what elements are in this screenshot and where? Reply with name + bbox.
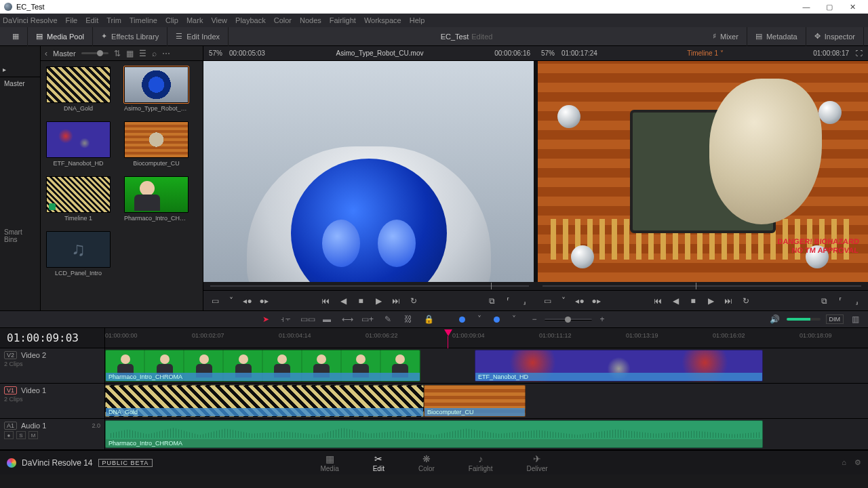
mark-out-icon[interactable]: ⸥ xyxy=(852,296,861,306)
selection-tool-icon[interactable]: ➤ xyxy=(260,314,272,324)
timeline-tracks[interactable]: 01:00:00:0001:00:02:0701:00:04:1401:00:0… xyxy=(105,328,868,450)
list-view-icon[interactable]: ☰ xyxy=(139,49,146,58)
tl-mode-icon[interactable]: ▭ xyxy=(542,296,552,306)
chevron-down-icon[interactable]: ˅ xyxy=(226,296,236,306)
marker-prev-icon[interactable]: ◂● xyxy=(575,296,585,306)
metadata-tab[interactable]: ▤Metadata xyxy=(747,27,806,46)
page-media[interactable]: ▦Media xyxy=(320,453,338,472)
zoom-out-icon[interactable]: − xyxy=(528,314,540,324)
insert-icon[interactable]: ▭▭ xyxy=(300,314,313,324)
playhead-timecode[interactable]: 01:00:09:03 xyxy=(0,328,104,348)
track-header-v2[interactable]: V2Video 2 2 Clips xyxy=(0,348,104,384)
speaker-icon[interactable]: 🔊 xyxy=(769,314,781,324)
pool-clip[interactable]: DNA_Gold xyxy=(46,66,111,112)
pool-clip[interactable]: Biocomputer_CU xyxy=(124,121,189,167)
menu-fairlight[interactable]: Fairlight xyxy=(330,16,356,24)
loop-icon[interactable]: ↻ xyxy=(409,296,418,306)
marker-blue-icon[interactable] xyxy=(494,317,500,323)
menu-edit[interactable]: Edit xyxy=(85,16,98,24)
append-icon[interactable]: ▭+ xyxy=(361,314,374,324)
clip-thumbnail[interactable] xyxy=(124,176,189,213)
mixer-tab[interactable]: ♯Mixer xyxy=(705,27,747,46)
dim-button[interactable]: DIM xyxy=(826,314,844,324)
smart-bins-header[interactable]: Smart Bins xyxy=(0,226,40,246)
effects-library-tab[interactable]: ✦Effects Library xyxy=(93,27,167,46)
play-icon[interactable]: ▶ xyxy=(706,296,715,306)
match-frame-icon[interactable]: ⧉ xyxy=(819,296,829,306)
mute-button[interactable]: M xyxy=(28,431,38,439)
marker-next-icon[interactable]: ●▸ xyxy=(591,296,601,306)
project-settings-icon[interactable]: ⌂ xyxy=(842,458,846,467)
mark-in-icon[interactable]: ⸢ xyxy=(835,296,845,306)
timeline-viewer[interactable]: DANGER! BIOHAZARDNO TM APPROVAL xyxy=(538,61,868,282)
source-viewer[interactable] xyxy=(203,61,534,282)
chevron-down-icon[interactable]: ˅ xyxy=(559,296,568,306)
edit-index-tab[interactable]: ☰Edit Index xyxy=(167,27,229,46)
source-scrubber[interactable] xyxy=(210,282,529,290)
play-icon[interactable]: ▶ xyxy=(374,296,383,306)
toggle-panel-button[interactable]: ▦ xyxy=(4,27,28,46)
bin-view-icon[interactable]: ▸ xyxy=(3,66,6,73)
page-deliver[interactable]: ✈Deliver xyxy=(526,453,547,472)
menu-app[interactable]: DaVinci Resolve xyxy=(3,16,58,24)
track-v1[interactable]: DNA_Gold Biocomputer_CU xyxy=(105,384,868,419)
menu-playback[interactable]: Playback xyxy=(235,16,266,24)
mark-in-icon[interactable]: ⸢ xyxy=(503,296,513,306)
trim-tool-icon[interactable]: ⫞⫟ xyxy=(280,314,292,324)
page-fairlight[interactable]: ♪Fairlight xyxy=(469,453,493,472)
sort-icon[interactable]: ⇅ xyxy=(114,49,121,58)
flag-blue-icon[interactable] xyxy=(459,317,465,323)
grid-view-icon[interactable]: ▦ xyxy=(126,49,134,58)
stop-icon[interactable]: ■ xyxy=(356,296,366,306)
step-back-icon[interactable]: ◀ xyxy=(338,296,348,306)
tl-zoom[interactable]: 57% xyxy=(541,49,555,57)
viewer-expand-icon[interactable]: ⛶ xyxy=(856,49,863,57)
track-header-v1[interactable]: V1Video 1 2 Clips xyxy=(0,384,104,419)
zoom-slider[interactable] xyxy=(545,319,592,321)
mark-out-icon[interactable]: ⸥ xyxy=(519,296,529,306)
clip-v2-chroma[interactable]: Pharmaco_Intro_CHROMA xyxy=(105,350,420,382)
track-tag[interactable]: A1 xyxy=(4,422,17,430)
menu-file[interactable]: File xyxy=(66,16,78,24)
first-frame-icon[interactable]: ⏮ xyxy=(653,296,663,306)
timeline-scrubber[interactable] xyxy=(542,282,861,290)
window-maximize-button[interactable]: ▢ xyxy=(818,0,841,14)
volume-slider[interactable] xyxy=(787,318,821,321)
chevron-down-icon[interactable]: ˅ xyxy=(508,314,520,324)
solo-button[interactable]: S xyxy=(16,431,26,439)
pool-menu-icon[interactable]: ⋯ xyxy=(162,49,170,58)
timeline-name[interactable]: Timeline 1 ˅ xyxy=(604,49,806,57)
page-color[interactable]: ❋Color xyxy=(418,453,435,472)
marker-prev-icon[interactable]: ◂● xyxy=(243,296,252,306)
lock-icon[interactable]: 🔒 xyxy=(422,314,435,324)
inspector-tab[interactable]: ✥Inspector xyxy=(806,27,864,46)
clip-thumbnail[interactable]: ♫ xyxy=(46,231,111,268)
menu-workspace[interactable]: Workspace xyxy=(364,16,401,24)
match-frame-icon[interactable]: ⧉ xyxy=(487,296,496,306)
menu-help[interactable]: Help xyxy=(410,16,425,24)
menu-timeline[interactable]: Timeline xyxy=(130,16,157,24)
clip-v1-dna[interactable]: DNA_Gold xyxy=(105,385,424,417)
src-clip-name[interactable]: Asimo_Type_Robot_CU.mov xyxy=(272,49,488,57)
media-pool-tab[interactable]: ▤Media Pool xyxy=(28,27,93,46)
pool-clip[interactable]: Pharmaco_Intro_CHROMA xyxy=(124,176,189,222)
thumb-size-slider[interactable] xyxy=(81,52,108,54)
loop-icon[interactable]: ↻ xyxy=(741,296,751,306)
chevron-down-icon[interactable]: ˅ xyxy=(473,314,486,324)
track-tag[interactable]: V2 xyxy=(4,351,17,359)
overwrite-icon[interactable]: ▬ xyxy=(321,314,333,324)
zoom-in-icon[interactable]: + xyxy=(596,314,608,324)
clip-a1[interactable]: Pharmaco_Intro_CHROMA xyxy=(105,420,763,448)
window-minimize-button[interactable]: — xyxy=(795,0,818,14)
menu-view[interactable]: View xyxy=(211,16,227,24)
blade-tool-icon[interactable]: ✎ xyxy=(382,314,394,324)
settings-gear-icon[interactable]: ⚙ xyxy=(854,458,861,467)
first-frame-icon[interactable]: ⏮ xyxy=(321,296,330,306)
step-back-icon[interactable]: ◀ xyxy=(671,296,680,306)
replace-icon[interactable]: ⟷ xyxy=(341,314,353,324)
menu-color[interactable]: Color xyxy=(274,16,292,24)
timeline-ruler[interactable]: 01:00:00:0001:00:02:0701:00:04:1401:00:0… xyxy=(105,328,868,348)
pool-clip[interactable]: Asimo_Type_Robot_CU xyxy=(124,66,189,112)
track-a1[interactable]: Pharmaco_Intro_CHROMA xyxy=(105,419,868,450)
search-icon[interactable]: ⌕ xyxy=(152,49,157,58)
